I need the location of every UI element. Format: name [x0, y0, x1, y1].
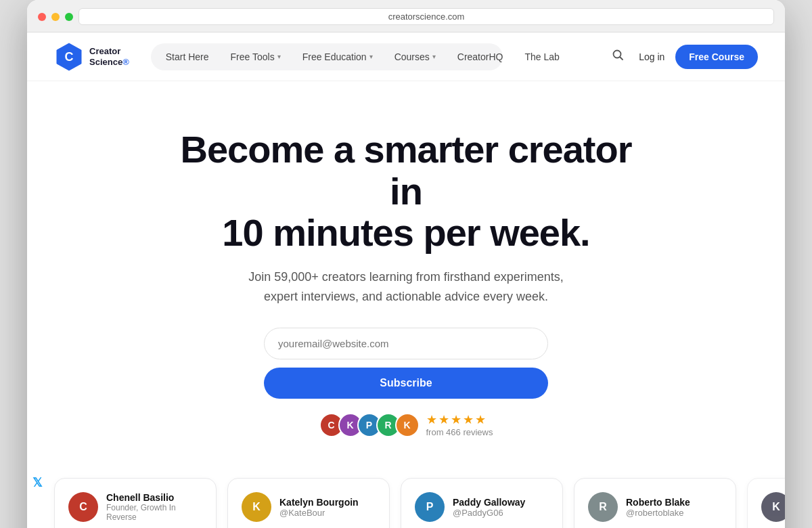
reviewer-name: Paddy Galloway — [453, 497, 525, 508]
reviewer-handle: @KateBour — [279, 508, 359, 518]
browser-window: creatorscience.com C Creator Science® St… — [27, 0, 785, 528]
nav-the-lab[interactable]: The Lab — [515, 47, 568, 66]
nav-links: Start Here Free Tools ▾ Free Education ▾… — [151, 43, 503, 70]
reviewer-avatar: K — [242, 492, 271, 522]
hero-title: Become a smarter creator in 10 minutes p… — [169, 129, 643, 254]
testimonial-card: P Paddy Galloway @PaddyG06 Jay Clouse un… — [401, 478, 563, 528]
chevron-down-icon: ▾ — [277, 53, 281, 60]
free-course-button[interactable]: Free Course — [675, 45, 758, 69]
hero-section: Become a smarter creator in 10 minutes p… — [27, 81, 785, 464]
reviewer-name: Roberto Blake — [626, 497, 690, 508]
reviewer-info: P Paddy Galloway @PaddyG06 — [415, 492, 549, 522]
main-content: Become a smarter creator in 10 minutes p… — [27, 81, 785, 528]
reviewer-handle: @PaddyG06 — [453, 508, 525, 518]
subscribe-button[interactable]: Subscribe — [264, 368, 548, 399]
browser-controls: creatorscience.com — [38, 8, 774, 25]
reviewer-info: C Chenell Basilio Founder, Growth In Rev… — [68, 492, 202, 522]
testimonial-card: R Roberto Blake @robertoblake Everyone i… — [574, 478, 736, 528]
nav-right: Log in Free Course — [608, 45, 758, 69]
reviewer-details: Katelyn Bourgoin @KateBour — [279, 497, 359, 518]
twitter-icon: 𝕏 — [32, 475, 43, 490]
svg-point-2 — [614, 51, 621, 58]
avatar-stack: C K P R K — [319, 413, 420, 437]
reviewer-handle: @robertoblake — [626, 508, 690, 518]
reviewer-role: Founder, Growth In Reverse — [106, 503, 202, 522]
reviewer-details: Roberto Blake @robertoblake — [626, 497, 690, 518]
logo[interactable]: C Creator Science® — [54, 42, 129, 72]
svg-text:C: C — [65, 50, 74, 64]
reviewer-info: K Kieran Dre @ItsKieran — [761, 492, 785, 522]
browser-chrome: creatorscience.com — [27, 0, 785, 32]
nav-courses[interactable]: Courses ▾ — [385, 47, 445, 66]
avatar: K — [395, 413, 420, 437]
search-button[interactable] — [608, 45, 628, 68]
reviewer-name: Katelyn Bourgoin — [279, 497, 359, 508]
maximize-button[interactable] — [65, 13, 73, 21]
address-bar[interactable]: creatorscience.com — [78, 8, 774, 25]
reviewer-avatar: K — [761, 492, 785, 522]
reviewer-avatar: P — [415, 492, 445, 522]
nav-start-here[interactable]: Start Here — [156, 47, 219, 66]
email-input[interactable] — [264, 328, 548, 359]
login-link[interactable]: Log in — [639, 51, 664, 62]
nav-free-tools[interactable]: Free Tools ▾ — [221, 47, 290, 66]
reviewer-details: Chenell Basilio Founder, Growth In Rever… — [106, 492, 202, 522]
testimonials-row: C Chenell Basilio Founder, Growth In Rev… — [27, 464, 785, 528]
nav-creatorhq[interactable]: CreatorHQ — [448, 47, 513, 66]
hero-subtitle: Join 59,000+ creators learning from firs… — [244, 267, 568, 307]
reviewer-avatar: C — [68, 492, 98, 522]
reviewer-info: R Roberto Blake @robertoblake — [588, 492, 722, 522]
chevron-down-icon: ▾ — [369, 53, 373, 60]
reviews-count: from 466 reviews — [426, 427, 493, 437]
navbar: C Creator Science® Start Here Free Tools… — [27, 32, 785, 81]
minimize-button[interactable] — [51, 13, 60, 21]
reviews-row: C K P R K ★★★★★ from 466 reviews — [54, 412, 758, 437]
svg-line-3 — [621, 58, 623, 60]
nav-free-education[interactable]: Free Education ▾ — [293, 47, 382, 66]
testimonial-card: C Chenell Basilio Founder, Growth In Rev… — [54, 478, 217, 528]
star-rating: ★★★★★ — [426, 412, 487, 427]
stars-and-count: ★★★★★ from 466 reviews — [426, 412, 493, 437]
reviewer-avatar: R — [588, 492, 618, 522]
chevron-down-icon: ▾ — [432, 53, 436, 60]
reviewer-details: Paddy Galloway @PaddyG06 — [453, 497, 525, 518]
testimonial-card: K Katelyn Bourgoin @KateBour Jay creates… — [227, 478, 390, 528]
reviewer-name: Chenell Basilio — [106, 492, 202, 503]
reviewer-info: K Katelyn Bourgoin @KateBour — [242, 492, 376, 522]
email-input-wrapper — [264, 328, 548, 359]
testimonial-card: K Kieran Dre @ItsKieran When I saw that … — [747, 478, 785, 528]
logo-text: Creator Science® — [89, 46, 129, 67]
close-button[interactable] — [38, 13, 46, 21]
